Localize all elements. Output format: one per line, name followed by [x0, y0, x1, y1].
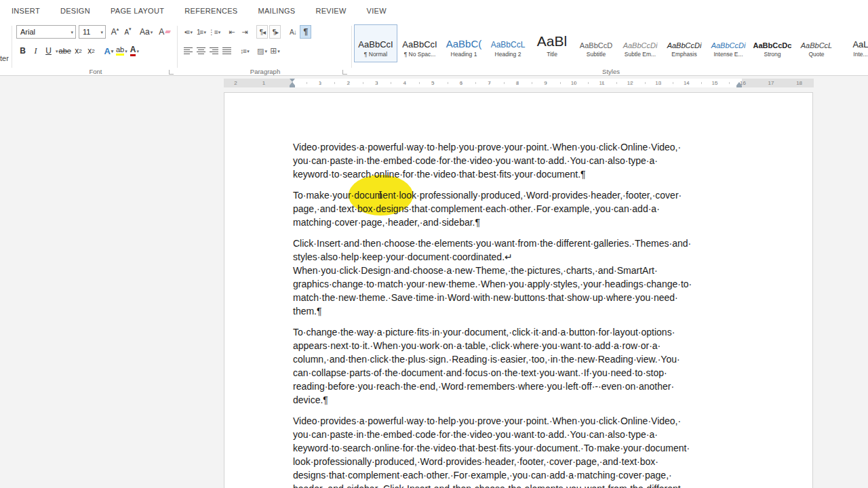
style-card-emphasis[interactable]: AaBbCcDiEmphasis [663, 24, 706, 62]
grow-font-button[interactable]: A▴ [109, 25, 121, 39]
document-line[interactable]: can·collapse·parts·of·the·document·and·f… [293, 366, 749, 380]
line-spacing-button[interactable]: ↕≡ ▾ [239, 44, 250, 58]
change-case-button[interactable]: Aa▾ [140, 25, 153, 39]
style-label: Subtitle [576, 51, 616, 58]
clear-formatting-button[interactable]: A [159, 25, 170, 39]
document-line[interactable]: designs·that·complement·each·other.·For·… [293, 468, 749, 482]
format-painter-partial-label[interactable]: ter [0, 54, 9, 62]
page[interactable]: I Video·provides·a·powerful·way·to·help·… [224, 92, 813, 488]
tab-view[interactable]: VIEW [357, 7, 397, 15]
dialog-launcher-icon[interactable] [342, 70, 347, 75]
chevron-down-icon[interactable]: ▾ [71, 30, 73, 35]
document-line[interactable]: graphics·change·to·match·your·new·theme.… [293, 277, 749, 291]
style-card-subtle-em[interactable]: AaBbCcDiSubtle Em... [618, 24, 662, 62]
shrink-font-button[interactable]: A▾ [122, 25, 134, 39]
document-line[interactable]: look·professionally·produced,·Word·provi… [293, 455, 749, 468]
document-line[interactable]: Click·Insert·and·then·choose·the·element… [293, 237, 749, 250]
sort-button[interactable]: A↓ [287, 25, 298, 39]
document-line[interactable]: To·change·the·way·a·picture·fits·in·your… [293, 325, 749, 339]
align-left-button[interactable] [182, 44, 194, 58]
bold-button[interactable]: B [17, 44, 28, 58]
document-line[interactable]: page,·and·text·box·designs·that·compleme… [293, 202, 749, 216]
shading-icon: ▨ [257, 47, 264, 56]
font-size-combo[interactable]: 11 ▾ [79, 25, 106, 39]
style-card-quote[interactable]: AaBbCcLQuote [795, 24, 838, 62]
text-effects-button[interactable]: A▾ [103, 44, 115, 58]
document-line[interactable]: keyword·to·search·online·for·the·video·t… [293, 167, 749, 181]
chevron-down-icon[interactable]: ▾ [264, 49, 267, 54]
increase-indent-button[interactable]: ⇥ [239, 25, 250, 39]
chevron-down-icon[interactable]: ▾ [277, 49, 280, 54]
right-indent-marker[interactable] [736, 82, 742, 87]
chevron-down-icon[interactable]: ▾ [218, 30, 220, 35]
tab-mailings[interactable]: MAILINGS [248, 7, 305, 15]
font-name-combo[interactable]: Arial ▾ [16, 25, 76, 39]
paragraph-group: •≡ ▾ 1≡ ▾ ⋮≡ ▾ ⇤ ⇥ ¶◂ ¶▸ [182, 24, 349, 73]
text-highlight-color-button[interactable]: ab ▾ [116, 44, 127, 58]
document-line[interactable]: header,·and·sidebar.·Click·Insert·and·th… [293, 482, 749, 488]
chevron-down-icon[interactable]: ▾ [125, 49, 127, 54]
style-card-title[interactable]: AaBlTitle [530, 24, 574, 62]
document-line[interactable]: appears·next·to·it.·When·you·work·on·a·t… [293, 339, 749, 352]
align-right-button[interactable] [208, 44, 220, 58]
style-card-no-spac[interactable]: AaBbCcI¶ No Spac... [398, 24, 441, 62]
document-area[interactable]: I Video·provides·a·powerful·way·to·help·… [0, 89, 868, 488]
superscript-button[interactable]: x2 [85, 44, 97, 58]
numbering-button[interactable]: 1≡ ▾ [195, 25, 207, 39]
chevron-down-icon[interactable]: ▾ [190, 30, 192, 35]
style-preview: AaBl [532, 26, 572, 51]
underline-button[interactable]: U [43, 44, 54, 58]
right-to-left-button[interactable]: ¶▸ [269, 25, 281, 39]
tab-design[interactable]: DESIGN [50, 7, 100, 15]
document-line[interactable]: match·the·new·theme.·Save·time·in·Word·w… [293, 291, 749, 304]
document-line[interactable]: reading·before·you·reach·the·end,·Word·r… [293, 380, 749, 393]
document-line[interactable]: device.¶ [293, 393, 749, 407]
document-line[interactable]: you·can·paste·in·the·embed·code·for·the·… [293, 428, 749, 441]
style-card-inte[interactable]: AaLInte... [839, 24, 868, 62]
decrease-indent-button[interactable]: ⇤ [226, 25, 237, 39]
chevron-down-icon[interactable]: ▾ [100, 30, 103, 35]
document-line[interactable]: When·you·click·Design·and·choose·a·new·T… [293, 264, 749, 277]
tab-insert[interactable]: INSERT [1, 7, 50, 15]
show-formatting-marks-button[interactable]: ¶ [300, 25, 311, 39]
eraser-icon [165, 30, 171, 33]
document-line[interactable]: Video·provides·a·powerful·way·to·help·yo… [293, 140, 749, 154]
chevron-down-icon[interactable]: ▾ [247, 49, 249, 54]
tab-references[interactable]: REFERENCES [174, 7, 248, 15]
tab-page-layout[interactable]: PAGE LAYOUT [100, 7, 174, 15]
document-line[interactable]: Video·provides·a·powerful·way·to·help·yo… [293, 414, 749, 428]
subscript-button[interactable]: x2 [73, 44, 84, 58]
italic-button[interactable]: I [30, 44, 41, 58]
document-line[interactable]: keyword·to·search·online·for·the·video·t… [293, 441, 749, 455]
style-card-heading-1[interactable]: AaBbC(Heading 1 [442, 24, 486, 62]
document-line[interactable]: them.¶ [293, 304, 749, 318]
tab-review[interactable]: REVIEW [305, 7, 356, 15]
left-to-right-button[interactable]: ¶◂ [256, 25, 268, 39]
document-line[interactable]: column,·and·then·click·the·plus·sign.·Re… [293, 352, 749, 366]
chevron-down-icon[interactable]: ▾ [203, 30, 205, 35]
group-separator [177, 26, 178, 68]
bullets-button[interactable]: •≡ ▾ [182, 25, 194, 39]
style-preview: AaBbCcDi [620, 26, 660, 51]
style-card-subtitle[interactable]: AaBbCcDSubtitle [574, 24, 618, 62]
chevron-down-icon[interactable]: ▾ [136, 49, 139, 54]
justify-button[interactable] [221, 44, 233, 58]
increase-indent-icon: ⇥ [241, 28, 248, 37]
style-card-heading-2[interactable]: AaBbCcLHeading 2 [486, 24, 530, 62]
document-line[interactable]: styles·also·help·keep·your·document·coor… [293, 250, 749, 264]
borders-button[interactable]: ⊞ ▾ [269, 44, 281, 58]
style-card-intense-e[interactable]: AaBbCcDiIntense E... [707, 24, 750, 62]
strikethrough-button[interactable]: abe [59, 44, 71, 58]
document-line[interactable]: you·can·paste·in·the·embed·code·for·the·… [293, 154, 749, 167]
style-card-normal[interactable]: AaBbCcI¶ Normal [354, 24, 397, 62]
shading-button[interactable]: ▨ ▾ [256, 44, 268, 58]
align-center-button[interactable] [195, 44, 207, 58]
font-color-button[interactable]: A ▾ [129, 44, 140, 58]
left-indent-marker[interactable] [290, 82, 295, 87]
multilevel-list-button[interactable]: ⋮≡ ▾ [208, 25, 220, 39]
document-line[interactable]: To·make·your·document·look·professionall… [293, 188, 749, 202]
dialog-launcher-icon[interactable] [169, 70, 174, 75]
document-line[interactable]: matching·cover·page,·header,·and·sidebar… [293, 216, 749, 229]
chevron-down-icon[interactable]: ▾ [56, 49, 58, 54]
style-card-strong[interactable]: AaBbCcDcStrong [751, 24, 794, 62]
